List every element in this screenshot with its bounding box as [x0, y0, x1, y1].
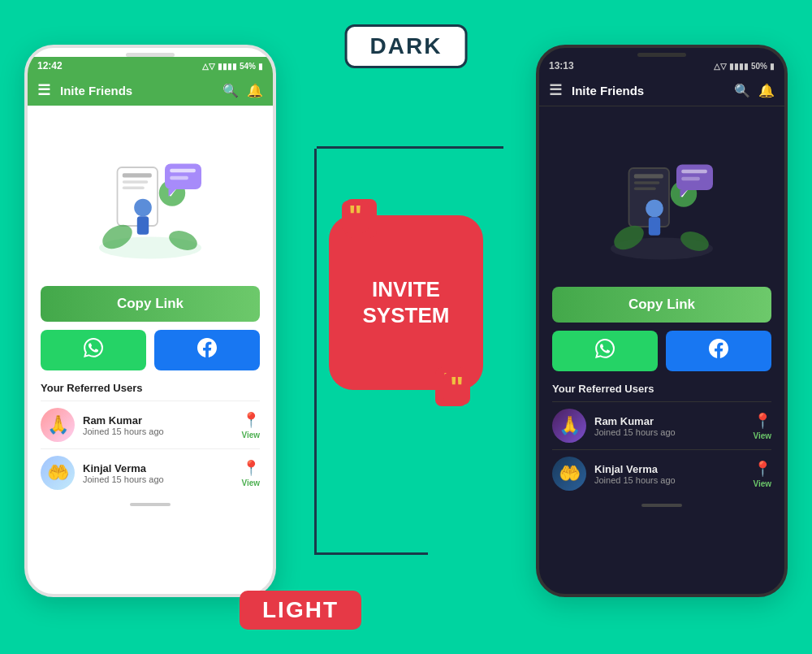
light-whatsapp-button[interactable]	[41, 330, 146, 370]
dark-status-icons: △▽ ▮▮▮▮ 50% ▮	[714, 62, 775, 71]
dark-hero-area: ✓	[552, 116, 771, 279]
light-facebook-button[interactable]	[154, 330, 260, 370]
svg-rect-13	[170, 169, 196, 173]
dark-user-info-1: Ram Kumar Joined 15 hours ago	[594, 415, 753, 437]
map-pin-icon-1: 📍	[242, 411, 260, 429]
light-user-avatar-2: 🤲	[41, 456, 75, 490]
light-copy-link-button[interactable]: Copy Link	[41, 286, 260, 322]
connector-bottom	[314, 552, 428, 555]
dark-app-bar: ☰ Inite Friends 🔍 🔔	[539, 75, 784, 106]
dark-status-bar: 13:13 △▽ ▮▮▮▮ 50% ▮	[539, 57, 784, 75]
light-status-bar: 12:42 △▽ ▮▮▮▮ 54% ▮	[28, 57, 273, 75]
svg-rect-29	[681, 177, 700, 181]
dark-user-avatar-2: 🤲	[552, 457, 586, 491]
dark-home-indicator	[641, 504, 682, 507]
open-quote-icon: "	[342, 201, 369, 233]
dark-referred-title: Your Referred Users	[552, 383, 771, 395]
bell-icon[interactable]: 🔔	[247, 83, 263, 98]
svg-rect-19	[634, 187, 656, 190]
dark-copy-link-button[interactable]: Copy Link	[552, 287, 771, 323]
dark-phone-speaker	[637, 53, 686, 57]
dark-phone-content: ✓ Copy Link	[539, 106, 784, 497]
dark-bell-icon[interactable]: 🔔	[758, 83, 775, 98]
dark-social-buttons	[552, 331, 771, 371]
light-app-bar: ☰ Inite Friends 🔍 🔔	[28, 75, 273, 106]
dark-label: DARK	[345, 24, 468, 68]
dark-user-action-1[interactable]: 📍 View	[753, 412, 771, 440]
dark-user-action-2[interactable]: 📍 View	[753, 460, 771, 488]
svg-rect-14	[170, 176, 188, 180]
dark-whatsapp-button[interactable]	[552, 331, 658, 371]
light-user-action-2[interactable]: 📍 View	[241, 459, 260, 487]
svg-rect-23	[649, 217, 660, 236]
svg-rect-4	[123, 186, 145, 189]
light-user-info-1: Ram Kumar Joined 15 hours ago	[83, 414, 241, 436]
light-user-row-2: 🤲 Kinjal Verma Joined 15 hours ago 📍 Vie…	[41, 448, 260, 496]
dark-hero-illustration: ✓	[589, 124, 735, 271]
dark-user-info-2: Kinjal Verma Joined 15 hours ago	[594, 463, 753, 485]
connector-h	[317, 146, 503, 149]
dark-map-pin-icon-1: 📍	[754, 412, 771, 430]
light-label: LIGHT	[240, 591, 361, 630]
svg-rect-17	[634, 174, 663, 178]
map-pin-icon-2: 📍	[242, 459, 260, 477]
dark-phone: 13:13 △▽ ▮▮▮▮ 50% ▮ ☰ Inite Friends 🔍 🔔	[536, 45, 788, 597]
svg-point-22	[646, 200, 663, 218]
hamburger-icon[interactable]: ☰	[37, 81, 50, 99]
svg-rect-18	[634, 181, 660, 184]
dark-user-row-2: 🤲 Kinjal Verma Joined 15 hours ago 📍 Vie…	[552, 449, 771, 497]
light-phone: 12:42 △▽ ▮▮▮▮ 54% ▮ ☰ Inite Friends 🔍 🔔	[24, 45, 276, 597]
dark-map-pin-icon-2: 📍	[754, 460, 771, 478]
light-social-buttons	[41, 330, 260, 370]
phone-speaker	[126, 53, 175, 57]
close-quote-icon: "	[443, 372, 470, 405]
dark-search-icon[interactable]: 🔍	[734, 83, 750, 98]
invite-bubble: " INVITESYSTEM "	[329, 215, 483, 390]
search-icon[interactable]: 🔍	[222, 83, 239, 98]
light-user-avatar-1: 🙏	[41, 408, 75, 442]
light-user-action-1[interactable]: 📍 View	[241, 411, 260, 440]
light-phone-content: ✓ Copy Link	[28, 106, 273, 496]
light-user-row-1: 🙏 Ram Kumar Joined 15 hours ago 📍 View	[41, 401, 260, 448]
dark-user-avatar-1: 🙏	[552, 409, 586, 443]
dark-user-row-1: 🙏 Ram Kumar Joined 15 hours ago 📍 View	[552, 401, 771, 449]
light-hero-area: ✓	[41, 115, 260, 278]
invite-system-text: INVITESYSTEM	[355, 277, 458, 327]
connector-v	[314, 149, 317, 555]
svg-rect-2	[123, 173, 152, 177]
dark-hamburger-icon[interactable]: ☰	[549, 81, 562, 99]
status-icons: △▽ ▮▮▮▮ 54% ▮	[202, 62, 263, 71]
dark-facebook-button[interactable]	[666, 331, 771, 371]
home-indicator	[130, 503, 171, 506]
svg-rect-28	[681, 170, 707, 174]
light-hero-illustration: ✓	[77, 123, 223, 270]
svg-point-7	[134, 199, 152, 217]
svg-rect-8	[137, 216, 149, 235]
svg-rect-3	[123, 180, 149, 184]
light-referred-title: Your Referred Users	[41, 382, 260, 394]
light-user-info-2: Kinjal Verma Joined 15 hours ago	[83, 462, 241, 484]
